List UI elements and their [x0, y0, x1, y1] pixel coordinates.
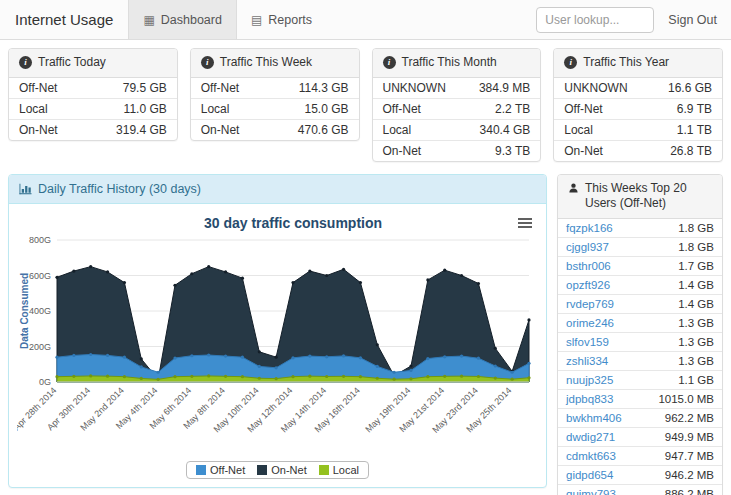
stat-value: 6.9 TB [677, 102, 712, 116]
legend-label: Off-Net [210, 464, 245, 476]
user-usage-value: 949.9 MB [665, 431, 714, 443]
stat-row: Off-Net114.3 GB [191, 78, 359, 98]
user-usage-value: 1.7 GB [678, 260, 714, 272]
stat-label: Local [564, 123, 593, 137]
user-link[interactable]: opzft926 [566, 279, 610, 291]
tab-reports[interactable]: ▤ Reports [237, 0, 326, 39]
legend-swatch [319, 465, 329, 475]
user-usage-value: 1.1 GB [678, 374, 714, 386]
navbar-right: Sign Out [536, 0, 731, 39]
legend-item[interactable]: On-Net [257, 464, 306, 476]
user-link[interactable]: fqzpk166 [566, 222, 613, 234]
panel-title: Traffic This Week [220, 55, 312, 71]
panel-heading: i Traffic This Year [554, 49, 722, 78]
user-link[interactable]: bsthr006 [566, 260, 611, 272]
stat-label: Local [383, 123, 412, 137]
stat-row: On-Net26.8 TB [554, 140, 722, 161]
user-link[interactable]: slfov159 [566, 336, 609, 348]
stat-value: 26.8 TB [670, 144, 712, 158]
panel-traffic-today: i Traffic Today Off-Net79.5 GBLocal11.0 … [8, 48, 178, 141]
stat-panels-row: i Traffic Today Off-Net79.5 GBLocal11.0 … [8, 48, 723, 162]
panel-heading: i Traffic This Month [373, 49, 541, 78]
user-link[interactable]: nuujp325 [566, 374, 613, 386]
svg-text:400G: 400G [29, 306, 51, 316]
stat-label: Off-Net [19, 81, 57, 95]
legend-swatch [196, 465, 206, 475]
bottom-row: Daily Traffic History (30 days) 30 day t… [8, 174, 723, 495]
stat-label: UNKNOWN [383, 81, 446, 95]
user-link[interactable]: cjggl937 [566, 241, 609, 253]
svg-text:200G: 200G [29, 341, 51, 351]
user-link[interactable]: jdpbq833 [566, 393, 613, 405]
user-row: bsthr0061.7 GB [558, 256, 722, 275]
user-usage-value: 962.2 MB [665, 412, 714, 424]
user-row: rvdep7691.4 GB [558, 294, 722, 313]
panel-traffic-year: i Traffic This Year UNKNOWN16.6 GBOff-Ne… [553, 48, 723, 162]
user-link[interactable]: gidpd654 [566, 469, 613, 481]
chart-menu-icon[interactable] [518, 216, 532, 230]
stat-row: On-Net9.3 TB [373, 140, 541, 161]
user-link[interactable]: cdmkt663 [566, 450, 616, 462]
user-usage-value: 886.2 MB [665, 488, 714, 495]
stat-value: 470.6 GB [298, 123, 349, 137]
stat-row: Off-Net6.9 TB [554, 98, 722, 119]
daily-traffic-panel: Daily Traffic History (30 days) 30 day t… [8, 174, 547, 488]
stat-row: On-Net319.4 GB [9, 119, 177, 140]
main-nav: ▦ Dashboard ▤ Reports [128, 0, 326, 39]
user-row: dwdig271949.9 MB [558, 427, 722, 446]
chart-area: 30 day traffic consumptionData Consumed0… [9, 204, 546, 487]
stat-label: Off-Net [201, 81, 239, 95]
user-usage-value: 1.3 GB [678, 336, 714, 348]
panel-traffic-week: i Traffic This Week Off-Net114.3 GBLocal… [190, 48, 360, 141]
panel-heading: i Traffic Today [9, 49, 177, 78]
stat-label: On-Net [564, 144, 603, 158]
user-usage-value: 1.3 GB [678, 355, 714, 367]
stat-row: Off-Net79.5 GB [9, 78, 177, 98]
stat-value: 1.1 TB [677, 123, 712, 137]
app-brand: Internet Usage [0, 0, 128, 39]
user-row: bwkhm406962.2 MB [558, 408, 722, 427]
legend-item[interactable]: Local [319, 464, 359, 476]
user-row: cjggl9371.8 GB [558, 237, 722, 256]
user-link[interactable]: quimy793 [566, 488, 616, 495]
user-icon [568, 182, 579, 194]
user-link[interactable]: rvdep769 [566, 298, 614, 310]
stat-table: UNKNOWN384.9 MBOff-Net2.2 TBLocal340.4 G… [373, 78, 541, 161]
user-link[interactable]: orime246 [566, 317, 614, 329]
users-panel-title: This Weeks Top 20 Users (Off-Net) [585, 181, 712, 212]
stat-value: 11.0 GB [124, 102, 167, 116]
stat-table: Off-Net79.5 GBLocal11.0 GBOn-Net319.4 GB [9, 78, 177, 140]
stat-label: UNKNOWN [564, 81, 627, 95]
legend-item[interactable]: Off-Net [196, 464, 245, 476]
stat-value: 16.6 GB [668, 81, 712, 95]
user-row: zshli3341.3 GB [558, 351, 722, 370]
user-usage-value: 946.2 MB [665, 469, 714, 481]
panel-title: Traffic Today [38, 55, 106, 71]
user-row: orime2461.3 GB [558, 313, 722, 332]
user-usage-value: 1015.0 MB [658, 393, 714, 405]
stat-value: 319.4 GB [116, 123, 167, 137]
stat-value: 79.5 GB [123, 81, 167, 95]
user-usage-value: 1.8 GB [678, 241, 714, 253]
stat-row: On-Net470.6 GB [191, 119, 359, 140]
stat-value: 340.4 GB [480, 123, 531, 137]
user-link[interactable]: bwkhm406 [566, 412, 622, 424]
user-link[interactable]: dwdig271 [566, 431, 615, 443]
panel-traffic-month: i Traffic This Month UNKNOWN384.9 MBOff-… [372, 48, 542, 162]
chart-legend: Off-NetOn-NetLocal [186, 461, 369, 479]
info-icon: i [201, 56, 214, 69]
legend-label: Local [333, 464, 359, 476]
stat-row: UNKNOWN384.9 MB [373, 78, 541, 98]
svg-text:800G: 800G [29, 235, 51, 245]
user-link[interactable]: zshli334 [566, 355, 608, 367]
legend-label: On-Net [271, 464, 306, 476]
user-row: slfov1591.3 GB [558, 332, 722, 351]
sign-out-link[interactable]: Sign Out [668, 13, 717, 27]
tab-dashboard[interactable]: ▦ Dashboard [128, 0, 237, 39]
user-usage-value: 1.4 GB [678, 279, 714, 291]
user-row: cdmkt663947.7 MB [558, 446, 722, 465]
traffic-consumption-chart: 30 day traffic consumptionData Consumed0… [17, 210, 538, 458]
top-users-panel: This Weeks Top 20 Users (Off-Net) fqzpk1… [557, 174, 723, 495]
user-lookup-input[interactable] [536, 7, 654, 33]
dashboard-icon: ▦ [143, 13, 154, 27]
